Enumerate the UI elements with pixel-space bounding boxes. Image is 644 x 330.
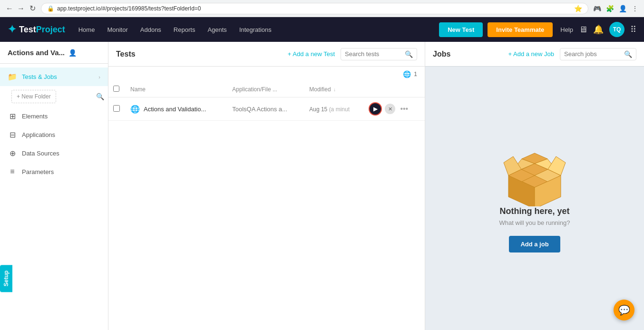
jobs-search-input[interactable] xyxy=(564,50,621,58)
elements-label: Elements xyxy=(22,113,100,120)
sidebar-item-data-sources[interactable]: ⊕ Data Sources xyxy=(0,144,108,163)
col-actions xyxy=(364,82,425,97)
sidebar-item-tests-jobs[interactable]: 📁 Tests & Jobs › xyxy=(0,68,108,86)
add-new-test-link[interactable]: + Add a new Test xyxy=(288,50,335,58)
tests-jobs-label: Tests & Jobs xyxy=(22,73,94,80)
browser-nav[interactable]: ← → ↻ xyxy=(5,4,37,13)
sidebar-header: Actions and Va... 👤 xyxy=(0,42,108,64)
elements-icon: ⊞ xyxy=(8,112,17,121)
play-button[interactable]: ▶ xyxy=(369,102,382,116)
tests-search-input[interactable] xyxy=(345,50,402,58)
nav-forward-button[interactable]: → xyxy=(16,4,26,13)
project-title: Actions and Va... xyxy=(8,49,65,57)
new-folder-button[interactable]: + New Folder xyxy=(11,90,56,103)
table-toolbar: 🌐 1 xyxy=(108,67,425,82)
sidebar: Actions and Va... 👤 📁 Tests & Jobs › + N… xyxy=(0,42,108,330)
select-all-col xyxy=(108,82,126,97)
browser-chrome: ← → ↻ 🔒 app.testproject.io/#/projects/16… xyxy=(0,0,644,17)
monitor-icon[interactable]: 🖥 xyxy=(579,25,587,35)
invite-teammate-button[interactable]: Invite Teammate xyxy=(488,22,553,37)
tests-table-body: 🌐 Actions and Validatio... ToolsQA Actio… xyxy=(108,97,425,121)
nav-back-button[interactable]: ← xyxy=(5,4,14,13)
parameters-icon: ≡ xyxy=(8,167,17,176)
jobs-search-box: 🔍 xyxy=(560,48,636,60)
nav-reports[interactable]: Reports xyxy=(168,23,201,36)
mod-date: Aug 15 (a minut xyxy=(309,106,350,113)
empty-title: Nothing here, yet xyxy=(499,206,569,216)
close-button[interactable]: ✕ xyxy=(385,104,395,114)
browser-actions: 🎮 🧩 👤 ⋮ xyxy=(592,4,639,13)
chat-bubble[interactable]: 💬 xyxy=(614,300,634,320)
sidebar-item-parameters[interactable]: ≡ Parameters xyxy=(0,163,108,181)
extension-icon-2[interactable]: 🧩 xyxy=(605,4,615,13)
setup-tab[interactable]: Setup xyxy=(0,265,12,292)
sort-icon: ↓ xyxy=(333,87,336,92)
tests-panel-header: Tests + Add a new Test 🔍 xyxy=(108,42,425,67)
nav-addons[interactable]: Addons xyxy=(135,23,167,36)
empty-subtitle: What will you be running? xyxy=(499,219,570,226)
brand-text: TestProject xyxy=(19,25,65,35)
col-modified: Modified ↓ xyxy=(304,82,364,97)
row-checkbox[interactable] xyxy=(113,105,120,112)
app-name: ToolsQA Actions a... xyxy=(232,106,287,113)
profile-icon[interactable]: 👤 xyxy=(618,4,628,13)
tests-table: Name Application/File ... Modified ↓ xyxy=(108,82,425,121)
tests-table-head: Name Application/File ... Modified ↓ xyxy=(108,82,425,97)
nav-integrations[interactable]: Integrations xyxy=(234,23,277,36)
col-name: Name xyxy=(126,82,227,97)
row-actions-cell: ▶ ✕ ••• xyxy=(364,97,425,121)
menu-icon[interactable]: ⋮ xyxy=(631,4,639,13)
tests-table-container: 🌐 1 Name Application/Fi xyxy=(108,67,425,330)
test-name[interactable]: Actions and Validatio... xyxy=(144,106,206,113)
navbar-right: Help 🖥 🔔 TQ ⠿ xyxy=(560,22,636,37)
bell-icon[interactable]: 🔔 xyxy=(593,24,604,35)
folder-search-icon[interactable]: 🔍 xyxy=(96,93,104,100)
row-actions: ▶ ✕ ••• xyxy=(369,102,420,116)
tests-search-icon: 🔍 xyxy=(405,50,413,58)
jobs-empty-state: Nothing here, yet What will you be runni… xyxy=(425,67,644,330)
extension-icon-1[interactable]: 🎮 xyxy=(592,4,602,13)
row-modified-cell: Aug 15 (a minut xyxy=(304,97,364,121)
tests-search-box: 🔍 xyxy=(341,48,417,60)
help-link[interactable]: Help xyxy=(560,26,573,33)
avatar[interactable]: TQ xyxy=(609,22,624,37)
applications-label: Applications xyxy=(22,131,100,138)
row-globe-icon: 🌐 xyxy=(130,105,140,114)
main-layout: Actions and Va... 👤 📁 Tests & Jobs › + N… xyxy=(0,42,644,330)
data-sources-label: Data Sources xyxy=(22,150,100,157)
add-new-job-link[interactable]: + Add a new Job xyxy=(508,50,555,58)
table-row: 🌐 Actions and Validatio... ToolsQA Actio… xyxy=(108,97,425,121)
top-navbar: ✦ TestProject Home Monitor Addons Report… xyxy=(0,17,644,42)
folder-actions-row: + New Folder 🔍 xyxy=(0,86,108,107)
nav-agents[interactable]: Agents xyxy=(202,23,232,36)
project-settings-icon[interactable]: 👤 xyxy=(68,49,77,57)
jobs-search-icon: 🔍 xyxy=(624,50,632,58)
address-bar[interactable]: 🔒 app.testproject.io/#/projects/169985/t… xyxy=(41,3,588,14)
nav-monitor[interactable]: Monitor xyxy=(101,23,133,36)
nav-refresh-button[interactable]: ↻ xyxy=(28,4,37,13)
url-text: app.testproject.io/#/projects/169985/tes… xyxy=(57,5,571,12)
add-job-button[interactable]: Add a job xyxy=(509,236,560,252)
row-checkbox-cell xyxy=(108,97,126,121)
select-all-checkbox[interactable] xyxy=(113,86,119,92)
tests-jobs-icon: 📁 xyxy=(8,72,17,81)
brand-logo[interactable]: ✦ TestProject xyxy=(8,23,65,36)
tests-title: Tests xyxy=(116,50,282,58)
chevron-right-icon: › xyxy=(98,74,100,80)
jobs-title: Jobs xyxy=(433,50,503,58)
nav-home[interactable]: Home xyxy=(73,23,101,36)
jobs-panel: Jobs + Add a new Job 🔍 xyxy=(425,42,644,330)
row-app-cell: ToolsQA Actions a... xyxy=(227,97,304,121)
nav-links: Home Monitor Addons Reports Agents Integ… xyxy=(73,23,438,36)
more-button[interactable]: ••• xyxy=(398,105,410,113)
content-area: Tests + Add a new Test 🔍 🌐 1 xyxy=(108,42,644,330)
row-icon-cell: 🌐 Actions and Validatio... xyxy=(126,97,227,121)
jobs-header: Jobs + Add a new Job 🔍 xyxy=(425,42,644,67)
sidebar-item-elements[interactable]: ⊞ Elements xyxy=(0,107,108,126)
tests-panel: Tests + Add a new Test 🔍 🌐 1 xyxy=(108,42,425,330)
new-test-button[interactable]: New Test xyxy=(439,22,483,37)
applications-icon: ⊟ xyxy=(8,130,17,139)
sidebar-item-applications[interactable]: ⊟ Applications xyxy=(0,126,108,144)
col-app: Application/File ... xyxy=(227,82,304,97)
grid-icon[interactable]: ⠿ xyxy=(630,24,636,35)
